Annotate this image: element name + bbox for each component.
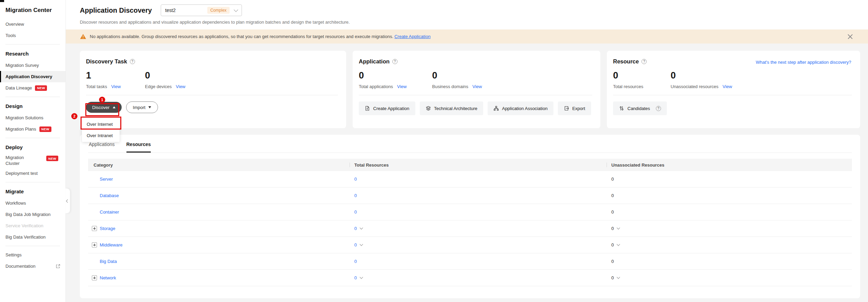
sidebar-collapse-handle[interactable] [65, 188, 70, 214]
expand-plus-icon[interactable] [92, 242, 97, 247]
menu-item-over-internet[interactable]: Over Internet [82, 119, 120, 130]
application-stats: 0Total applicationsView0Business domains… [359, 70, 592, 89]
menu-item-over-intranet[interactable]: Over Intranet [82, 130, 120, 141]
import-button[interactable]: Import [126, 101, 158, 113]
sidebar-item-big-data-verification[interactable]: Big Data Verification [0, 231, 65, 243]
total-resources-link[interactable]: 0 [354, 259, 357, 264]
new-badge: NEW [46, 156, 58, 161]
sidebar-item-migration-survey[interactable]: Migration Survey [0, 60, 65, 71]
total-resources-link[interactable]: 0 [354, 242, 357, 247]
discover-button[interactable]: Discover [86, 102, 122, 113]
create-application-button[interactable]: Create Application [359, 101, 415, 115]
sidebar-item-migration-plans[interactable]: Migration PlansNEW [0, 123, 65, 135]
sidebar-item-service-verification[interactable]: Service Verification [0, 220, 65, 231]
chevron-down-icon[interactable] [360, 276, 363, 279]
table-row-database: Database00 [88, 188, 852, 204]
resource-card: What's the next step after application d… [607, 51, 860, 128]
sidebar-item-migration-solutions[interactable]: Migration Solutions [0, 112, 65, 123]
candidates-button[interactable]: Candidates [613, 101, 667, 115]
page-subtitle: Discover resources and applications and … [80, 20, 868, 25]
sidebar-item-label: Migration Plans [5, 126, 36, 132]
total-resources-link[interactable]: 0 [354, 226, 357, 231]
sidebar-item-overview[interactable]: Overview [0, 19, 65, 30]
sidebar-heading-migrate: Migrate [0, 185, 65, 197]
caret-down-icon [148, 106, 151, 108]
sidebar-divider [5, 246, 60, 246]
category-link-storage[interactable]: Storage [100, 226, 115, 231]
sidebar-divider [5, 138, 60, 138]
help-icon[interactable] [130, 59, 135, 64]
total-resources-link[interactable]: 0 [354, 177, 357, 182]
table-row-big-data: Big Data00 [88, 253, 852, 270]
create-application-link[interactable]: Create Application [394, 34, 431, 39]
total-resources-link[interactable]: 0 [354, 275, 357, 280]
window-edge-mark [0, 0, 4, 2]
chevron-left-icon [66, 199, 70, 203]
help-icon[interactable] [641, 59, 647, 64]
table-row-container: Container00 [88, 204, 852, 220]
sidebar-item-data-lineage[interactable]: Data LineageNEW [0, 82, 65, 94]
task-selector-dropdown[interactable]: test2 Complex [161, 4, 242, 16]
view-link-business-domains[interactable]: View [473, 84, 482, 89]
tab-applications[interactable]: Applications [89, 142, 115, 153]
sidebar-item-label: Migration Cluster [5, 155, 32, 166]
unassociated-resources-cell: 0 [607, 226, 852, 231]
sidebar-item-settings[interactable]: Settings [0, 249, 65, 261]
sidebar-item-migration-cluster[interactable]: Migration ClusterNEW [0, 153, 65, 168]
warning-icon [80, 34, 86, 39]
table-row-network: Network00 [88, 270, 852, 286]
unassociated-resources-value: 0 [611, 259, 614, 264]
view-link-edge-devices[interactable]: View [176, 84, 185, 89]
task-complexity-tag: Complex [207, 7, 230, 14]
chevron-down-icon[interactable] [360, 243, 363, 246]
resource-actions: Candidates [613, 101, 852, 115]
sidebar-item-workflows[interactable]: Workflows [0, 197, 65, 209]
sidebar-item-label: Migration Survey [5, 62, 39, 68]
divider [86, 95, 338, 95]
sidebar-item-label: Tools [5, 33, 16, 38]
annotation-step-2: 2 [71, 113, 77, 119]
chevron-down-icon[interactable] [617, 226, 620, 230]
association-icon [493, 106, 499, 111]
stat-value: 0 [432, 70, 505, 81]
page-title: Application Discovery [80, 7, 152, 14]
application-association-button[interactable]: Application Association [488, 101, 553, 115]
view-link-total-applications[interactable]: View [397, 84, 407, 89]
category-cell: Storage [88, 226, 350, 231]
total-resources-cell: 0 [350, 193, 607, 198]
next-step-link[interactable]: What's the next step after application d… [756, 60, 851, 65]
sidebar-item-tools[interactable]: Tools [0, 30, 65, 41]
help-icon[interactable] [656, 106, 661, 111]
sidebar-item-application-discovery[interactable]: Application Discovery [0, 71, 65, 82]
table-body: Server00Database00Container00Storage00Mi… [88, 171, 852, 286]
category-link-server[interactable]: Server [100, 177, 113, 182]
category-link-big-data[interactable]: Big Data [100, 259, 117, 264]
export-button[interactable]: Export [558, 101, 591, 115]
chevron-down-icon[interactable] [360, 226, 363, 230]
category-link-network[interactable]: Network [100, 275, 116, 280]
category-link-container[interactable]: Container [100, 209, 119, 215]
help-icon[interactable] [392, 59, 398, 64]
button-label: Candidates [627, 106, 650, 111]
column-header-category: Category [88, 162, 350, 168]
button-label: Export [572, 106, 585, 111]
tab-resources[interactable]: Resources [126, 142, 151, 153]
category-link-middleware[interactable]: Middleware [100, 242, 122, 247]
chevron-down-icon[interactable] [617, 276, 620, 279]
stat-label: Edge devices [145, 84, 172, 89]
expand-plus-icon[interactable] [92, 226, 97, 231]
chevron-down-icon[interactable] [617, 243, 620, 246]
total-resources-link[interactable]: 0 [354, 193, 357, 198]
close-icon[interactable] [847, 34, 853, 39]
unassociated-resources-cell: 0 [607, 177, 852, 182]
sidebar-item-big-data-job-migration[interactable]: Big Data Job Migration [0, 209, 65, 220]
sidebar-item-documentation[interactable]: Documentation [0, 261, 65, 272]
sidebar-item-deployment-test[interactable]: Deployment test [0, 168, 65, 179]
table-row-storage: Storage00 [88, 220, 852, 237]
category-link-database[interactable]: Database [100, 193, 119, 198]
technical-architecture-button[interactable]: Technical Architecture [420, 101, 483, 115]
view-link-unassociated-resources[interactable]: View [722, 84, 732, 89]
view-link-total-tasks[interactable]: View [111, 84, 121, 89]
total-resources-link[interactable]: 0 [354, 209, 357, 215]
expand-plus-icon[interactable] [92, 275, 97, 280]
